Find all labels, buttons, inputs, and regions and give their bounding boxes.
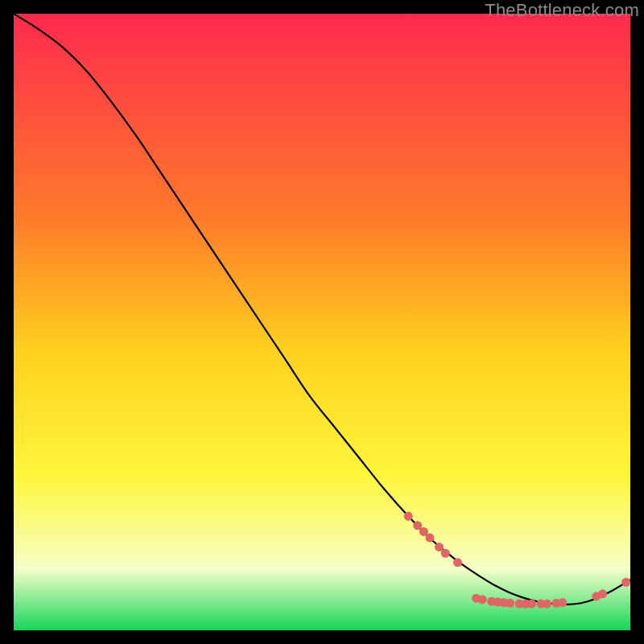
curve-marker xyxy=(543,600,551,609)
watermark-text: TheBottleneck.com xyxy=(485,0,639,21)
curve-marker xyxy=(404,512,413,521)
curve-layer xyxy=(14,14,630,630)
curve-marker xyxy=(426,534,435,543)
bottleneck-curve xyxy=(14,14,630,605)
plot-area xyxy=(14,14,630,630)
curve-marker xyxy=(621,578,630,587)
curve-marker xyxy=(441,549,450,558)
curve-marker xyxy=(506,599,514,608)
curve-marker xyxy=(527,600,536,609)
curve-markers xyxy=(404,512,630,609)
chart-stage: TheBottleneck.com xyxy=(0,0,644,644)
curve-marker xyxy=(558,598,567,607)
curve-marker xyxy=(453,558,462,567)
curve-marker xyxy=(598,589,607,598)
curve-marker xyxy=(478,595,487,604)
